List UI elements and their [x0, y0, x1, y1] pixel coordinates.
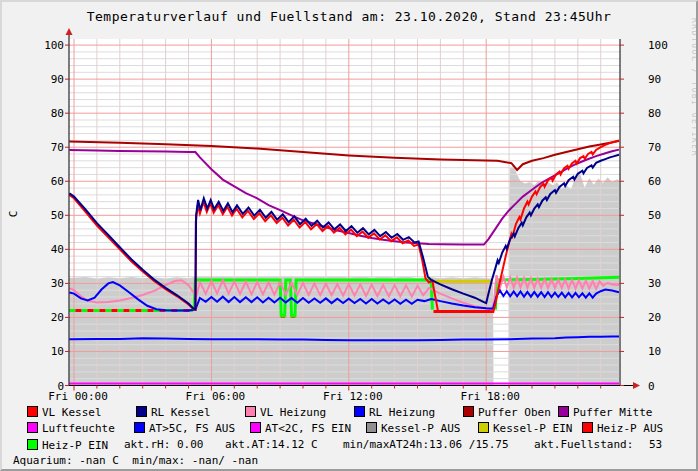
- legend-label: VL Kessel: [42, 406, 102, 419]
- svg-text:80: 80: [648, 107, 661, 120]
- legend-label: VL Heizung: [260, 406, 326, 419]
- y-axis-left-labels: 0102030405060708090100: [44, 39, 64, 392]
- legend-item-puffer-mitte: Puffer Mitte: [558, 406, 652, 419]
- svg-text:Fri 18:00: Fri 18:00: [460, 390, 520, 403]
- status-text-3-0: Aquarium: -nan C min/max: -nan/ -nan: [13, 455, 258, 467]
- svg-text:30: 30: [51, 277, 64, 290]
- svg-text:70: 70: [648, 141, 661, 154]
- status-text-2-3: min/maxAT24h:13.06 /15.75: [343, 439, 509, 451]
- legend-label: Heiz-P AUS: [597, 422, 663, 435]
- svg-text:50: 50: [51, 209, 64, 222]
- svg-text:70: 70: [51, 141, 64, 154]
- svg-text:100: 100: [44, 39, 64, 52]
- svg-text:10: 10: [648, 345, 661, 358]
- legend-item-heiz-p-aus: Heiz-P AUS: [582, 422, 663, 435]
- svg-text:Fri 12:00: Fri 12:00: [323, 390, 383, 403]
- y-axis-unit-label: C: [7, 211, 20, 218]
- svg-text:0: 0: [648, 380, 655, 393]
- status-text-2-5: 53: [649, 439, 662, 451]
- svg-text:100: 100: [648, 39, 668, 52]
- svg-text:Fri 06:00: Fri 06:00: [186, 390, 246, 403]
- svg-text:20: 20: [51, 311, 64, 324]
- legend-swatch-at-2c-fs-ein: [250, 422, 261, 433]
- legend-item-at-5c-fs-aus: AT>5C, FS AUS: [134, 422, 235, 435]
- legend-item-at-2c-fs-ein: AT<2C, FS EIN: [250, 422, 351, 435]
- rrdtool-watermark: RRDTOOL / TOBI OETIKER: [690, 18, 698, 157]
- x-axis-arrow-icon: [633, 382, 640, 389]
- x-axis-labels: Fri 00:00Fri 06:00Fri 12:00Fri 18:00: [48, 390, 520, 403]
- legend-label: 53: [649, 438, 662, 451]
- legend-label: Kessel-P EIN: [493, 422, 572, 435]
- legend-label: Kessel-P AUS: [381, 422, 460, 435]
- svg-text:60: 60: [51, 175, 64, 188]
- legend-swatch-kessel-p-ein: [478, 422, 489, 433]
- legend-swatch-heiz-p-aus: [582, 422, 593, 433]
- legend-swatch-puffer-oben: [463, 406, 474, 417]
- legend-label: AT>5C, FS AUS: [149, 422, 235, 435]
- legend-label: akt.AT:14.12 C: [225, 438, 318, 451]
- svg-text:Fri 00:00: Fri 00:00: [48, 390, 108, 403]
- status-text-2-4: akt.Fuellstand:: [534, 439, 633, 451]
- svg-text:40: 40: [648, 243, 661, 256]
- temperature-chart: 0102030405060708090100010203040506070809…: [2, 2, 698, 471]
- legend-label: RL Kessel: [151, 406, 211, 419]
- svg-text:80: 80: [51, 107, 64, 120]
- legend-label: AT<2C, FS EIN: [265, 422, 351, 435]
- legend-swatch-kessel-p-aus: [366, 422, 377, 433]
- legend-label: Luftfeuchte: [42, 422, 115, 435]
- legend-item-rl-heizung: RL Heizung: [354, 406, 435, 419]
- rrdtool-graph-window: Temperaturverlauf und Fuellstand am: 23.…: [0, 0, 698, 471]
- svg-text:30: 30: [648, 277, 661, 290]
- legend-swatch-rl-heizung: [354, 406, 365, 417]
- legend-item-heiz-p-ein: Heiz-P EIN: [27, 439, 108, 452]
- y-axis-right-labels: 0102030405060708090100: [648, 39, 668, 392]
- svg-text:50: 50: [648, 209, 661, 222]
- legend-swatch-at-5c-fs-aus: [134, 422, 145, 433]
- legend-item-vl-heizung: VL Heizung: [245, 406, 326, 419]
- legend-item-kessel-p-ein: Kessel-P EIN: [478, 422, 572, 435]
- legend-item-rl-kessel: RL Kessel: [136, 406, 211, 419]
- legend-swatch-heiz-p-ein: [27, 439, 38, 450]
- legend-swatch-luftfeuchte: [27, 422, 38, 433]
- svg-text:20: 20: [648, 311, 661, 324]
- legend-item-vl-kessel: VL Kessel: [27, 406, 102, 419]
- status-text-2-1: akt.rH: 0.00: [124, 439, 203, 451]
- legend-label: Puffer Mitte: [573, 406, 652, 419]
- legend-item-puffer-oben: Puffer Oben: [463, 406, 551, 419]
- legend-item-luftfeuchte: Luftfeuchte: [27, 422, 115, 435]
- svg-text:60: 60: [648, 175, 661, 188]
- legend-label: RL Heizung: [369, 406, 435, 419]
- legend-label: Heiz-P EIN: [42, 439, 108, 452]
- svg-text:90: 90: [648, 73, 661, 86]
- svg-text:90: 90: [51, 73, 64, 86]
- svg-text:10: 10: [51, 345, 64, 358]
- legend-label: akt.Fuellstand:: [534, 438, 633, 451]
- svg-text:40: 40: [51, 243, 64, 256]
- legend-swatch-rl-kessel: [136, 406, 147, 417]
- legend-item-kessel-p-aus: Kessel-P AUS: [366, 422, 460, 435]
- status-text-2-2: akt.AT:14.12 C: [225, 439, 318, 451]
- legend-swatch-vl-heizung: [245, 406, 256, 417]
- y-axis-arrow-icon: [66, 28, 73, 35]
- legend-label: Puffer Oben: [478, 406, 551, 419]
- legend-swatch-vl-kessel: [27, 406, 38, 417]
- legend-label: min/maxAT24h:13.06 /15.75: [343, 438, 509, 451]
- legend-swatch-puffer-mitte: [558, 406, 569, 417]
- legend-label: Aquarium: -nan C min/max: -nan/ -nan: [13, 454, 258, 467]
- legend-label: akt.rH: 0.00: [124, 438, 203, 451]
